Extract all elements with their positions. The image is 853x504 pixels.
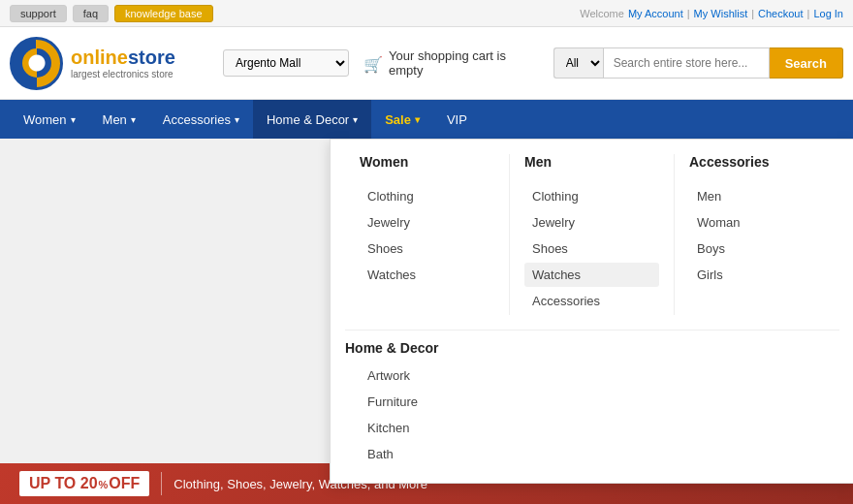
nav-wrapper: Women ▾ Men ▾ Accessories ▾ Home & Decor… [0, 100, 853, 139]
banner-divider [161, 472, 162, 495]
dropdown-panel: Women Clothing Jewelry Shoes Watches Men… [330, 139, 853, 484]
dropdown-col-accessories: Accessories Men Woman Boys Girls [675, 154, 839, 315]
dropdown-item[interactable]: Jewelry [360, 210, 494, 235]
my-account-link[interactable]: My Account [628, 8, 683, 19]
dropdown-section-items: Artwork Furniture Kitchen Bath [345, 363, 839, 468]
dropdown-item[interactable]: Clothing [360, 184, 494, 208]
dropdown-col-header-women: Women [360, 154, 494, 174]
chevron-down-icon: ▾ [235, 114, 239, 125]
nav-item-sale[interactable]: Sale ▾ [371, 100, 433, 139]
nav-item-women[interactable]: Women ▾ [10, 100, 89, 139]
banner-badge: UP TO 20% OFF [19, 471, 149, 496]
search-category-select[interactable]: All [553, 47, 603, 79]
chevron-down-icon: ▾ [415, 114, 420, 125]
checkout-link[interactable]: Checkout [758, 8, 803, 19]
search-input[interactable] [603, 47, 770, 79]
search-area: All Search [553, 47, 843, 79]
dropdown-item[interactable]: Accessories [524, 289, 659, 313]
header: onlinestore largest electronics store Ar… [0, 27, 853, 100]
dropdown-item[interactable]: Girls [689, 263, 825, 287]
nav-item-accessories[interactable]: Accessories ▾ [149, 100, 253, 139]
dropdown-item[interactable]: Kitchen [360, 416, 495, 440]
dropdown-item[interactable]: Clothing [524, 184, 659, 208]
nav-label-women: Women [23, 112, 67, 127]
cart-icon [363, 55, 383, 71]
dropdown-item[interactable]: Furniture [360, 390, 495, 414]
chevron-down-icon: ▾ [131, 114, 136, 125]
dropdown-section-header-home-decor: Home & Decor [345, 340, 839, 356]
dropdown-col-women: Women Clothing Jewelry Shoes Watches [345, 154, 510, 315]
top-bar-right: Welcome My Account | My Wishlist | Check… [580, 8, 843, 19]
dropdown-columns: Women Clothing Jewelry Shoes Watches Men… [345, 154, 839, 315]
dropdown-section-home-decor: Home & Decor Artwork Furniture Kitchen B… [345, 330, 839, 468]
faq-button[interactable]: faq [73, 5, 109, 22]
chevron-down-icon: ▾ [353, 114, 358, 125]
dropdown-section-col: Artwork Furniture Kitchen Bath [345, 363, 510, 468]
nav-item-men[interactable]: Men ▾ [89, 100, 149, 139]
dropdown-item[interactable]: Artwork [360, 363, 495, 388]
dropdown-item-watches-highlighted[interactable]: Watches [524, 263, 659, 287]
dropdown-col-header-accessories: Accessories [689, 154, 825, 174]
store-selector[interactable]: Argento Mall [223, 49, 349, 77]
main-nav: Women ▾ Men ▾ Accessories ▾ Home & Decor… [0, 100, 853, 139]
dropdown-item[interactable]: Boys [689, 236, 825, 261]
banner-percent: % [99, 479, 109, 490]
dropdown-col-men: Men Clothing Jewelry Shoes Watches Acces… [510, 154, 675, 315]
logo-name: onlinestore [71, 47, 175, 69]
log-in-link[interactable]: Log In [813, 8, 843, 19]
dropdown-item[interactable]: Bath [360, 442, 495, 466]
search-button[interactable]: Search [770, 47, 843, 79]
dropdown-item[interactable]: Shoes [360, 236, 494, 261]
banner-up-to: UP TO 20 [29, 475, 98, 492]
nav-item-vip[interactable]: VIP [433, 100, 481, 139]
knowledge-base-button[interactable]: knowledge base [114, 5, 213, 22]
logo-store-part: store [128, 47, 175, 68]
logo-icon [10, 37, 63, 90]
my-wishlist-link[interactable]: My Wishlist [694, 8, 748, 19]
banner-off: OFF [109, 475, 140, 492]
nav-label-sale: Sale [385, 112, 411, 127]
dropdown-col-header-men: Men [524, 154, 659, 174]
cart-text: Your shopping cart is empty [389, 48, 539, 78]
logo: onlinestore largest electronics store [10, 37, 204, 90]
nav-label-vip: VIP [447, 112, 467, 127]
dropdown-item[interactable]: Shoes [524, 236, 659, 261]
dropdown-item[interactable]: Watches [360, 263, 494, 287]
cart-area: Your shopping cart is empty [363, 48, 539, 78]
dropdown-item[interactable]: Woman [689, 210, 825, 235]
dropdown-item[interactable]: Men [689, 184, 825, 208]
welcome-text: Welcome [580, 8, 624, 19]
nav-label-men: Men [103, 112, 127, 127]
chevron-down-icon: ▾ [71, 114, 76, 125]
nav-item-home-decor[interactable]: Home & Decor ▾ [253, 100, 371, 139]
nav-label-accessories: Accessories [163, 112, 231, 127]
page-wrapper: support faq knowledge base Welcome My Ac… [0, 0, 853, 504]
store-dropdown[interactable]: Argento Mall [223, 49, 349, 77]
support-button[interactable]: support [10, 5, 67, 22]
logo-subtitle: largest electronics store [71, 69, 175, 79]
logo-text: onlinestore largest electronics store [71, 47, 175, 79]
dropdown-item[interactable]: Jewelry [524, 210, 659, 235]
top-bar-left: support faq knowledge base [10, 5, 213, 22]
nav-label-home-decor: Home & Decor [267, 112, 349, 127]
logo-online-part: online [71, 47, 128, 68]
top-bar: support faq knowledge base Welcome My Ac… [0, 0, 853, 27]
